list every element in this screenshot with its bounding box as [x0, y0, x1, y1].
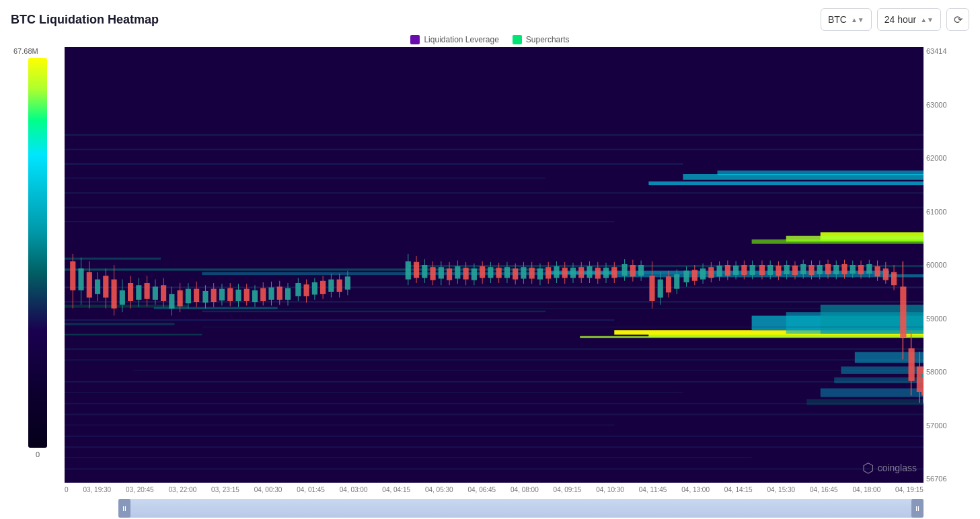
watermark: ⬡ coinglass: [862, 460, 917, 476]
minimap-right-handle-icon: ⏸: [914, 505, 921, 512]
x-label-19: 04, 18:00: [853, 486, 881, 493]
refresh-icon: ⟳: [954, 13, 963, 26]
y-label-5: 59000: [926, 315, 967, 323]
legend-color-supercharts: [513, 35, 522, 44]
svg-rect-152: [529, 268, 535, 278]
svg-rect-158: [554, 266, 559, 278]
svg-rect-224: [833, 265, 839, 274]
legend-item-liquidation: Liquidation Leverage: [410, 35, 498, 44]
svg-rect-138: [472, 268, 477, 280]
svg-rect-222: [825, 264, 831, 274]
x-label-5: 04, 00:30: [254, 486, 282, 493]
x-label-13: 04, 10:30: [596, 486, 624, 493]
svg-rect-148: [513, 268, 518, 279]
svg-rect-166: [587, 266, 592, 278]
svg-rect-226: [841, 264, 847, 274]
svg-rect-216: [800, 264, 806, 274]
x-label-2: 03, 20:45: [126, 486, 154, 493]
legend-label-supercharts: Supercharts: [526, 35, 570, 44]
svg-rect-56: [78, 268, 83, 290]
svg-rect-160: [562, 268, 568, 278]
svg-rect-130: [439, 267, 444, 278]
svg-rect-236: [883, 268, 889, 280]
x-label-0: 0: [65, 486, 69, 493]
svg-rect-82: [186, 289, 191, 304]
svg-rect-62: [103, 276, 108, 297]
svg-rect-108: [295, 283, 301, 296]
scale-max-label: 67.68M: [11, 47, 38, 55]
svg-rect-150: [521, 267, 526, 278]
x-label-14: 04, 11:45: [639, 486, 667, 493]
x-label-11: 04, 08:00: [511, 486, 539, 493]
y-label-0: 63414: [926, 47, 967, 55]
header: BTC Liquidation Heatmap BTC ▲▼ 24 hour ▲…: [11, 8, 969, 31]
svg-rect-104: [277, 286, 282, 299]
minimap[interactable]: ⏸ ⏸: [118, 499, 924, 518]
svg-rect-98: [252, 290, 258, 302]
x-label-15: 04, 13:00: [681, 486, 710, 493]
svg-rect-218: [808, 265, 814, 275]
asset-dropdown-arrow: ▲▼: [851, 16, 864, 24]
timeframe-dropdown[interactable]: 24 hour ▲▼: [877, 8, 941, 31]
svg-rect-66: [120, 290, 125, 305]
svg-rect-170: [603, 268, 609, 278]
svg-rect-208: [767, 265, 773, 275]
svg-rect-92: [227, 288, 233, 301]
svg-rect-106: [285, 288, 291, 300]
timeframe-dropdown-arrow: ▲▼: [920, 16, 934, 24]
refresh-button[interactable]: ⟳: [946, 8, 969, 31]
svg-rect-144: [496, 268, 502, 278]
svg-rect-188: [683, 271, 689, 282]
svg-rect-200: [733, 266, 739, 275]
asset-value: BTC: [828, 14, 847, 25]
svg-rect-100: [260, 288, 266, 301]
svg-rect-140: [480, 266, 485, 278]
svg-rect-72: [145, 283, 150, 299]
minimap-row: ⏸ ⏸: [65, 497, 969, 519]
svg-rect-76: [161, 285, 166, 301]
color-scale: 67.68M 0: [11, 47, 65, 519]
svg-rect-178: [638, 265, 644, 276]
timeframe-value: 24 hour: [884, 14, 916, 25]
page-title: BTC Liquidation Heatmap: [11, 13, 159, 27]
svg-rect-206: [759, 265, 765, 275]
y-label-4: 60000: [926, 261, 967, 269]
y-axis: 63414 63000 62000 61000 60000 59000 5800…: [924, 47, 969, 483]
x-label-6: 04, 01:45: [297, 486, 325, 493]
svg-rect-154: [537, 268, 543, 279]
svg-rect-174: [622, 264, 628, 276]
svg-rect-214: [792, 266, 798, 275]
svg-rect-78: [169, 294, 174, 309]
svg-rect-142: [488, 267, 493, 278]
svg-rect-190: [692, 270, 698, 281]
svg-rect-70: [136, 285, 141, 300]
svg-rect-134: [455, 266, 460, 278]
minimap-left-handle-icon: ⏸: [121, 505, 128, 512]
svg-rect-58: [87, 272, 92, 298]
x-label-8: 04, 04:15: [382, 486, 410, 493]
svg-rect-238: [891, 272, 897, 285]
svg-rect-114: [320, 281, 326, 294]
svg-rect-196: [716, 266, 722, 276]
svg-rect-194: [708, 267, 714, 278]
svg-rect-220: [817, 265, 823, 274]
asset-dropdown[interactable]: BTC ▲▼: [821, 8, 872, 31]
x-label-9: 04, 05:30: [425, 486, 453, 493]
minimap-right-handle[interactable]: ⏸: [911, 499, 924, 518]
svg-rect-202: [741, 265, 747, 275]
svg-rect-182: [658, 280, 663, 298]
controls: BTC ▲▼ 24 hour ▲▼ ⟳: [821, 8, 969, 31]
heatmap-container[interactable]: ⬡ coinglass: [65, 47, 924, 483]
coinglass-logo-icon: ⬡: [862, 460, 874, 476]
y-label-8: 56706: [926, 475, 967, 483]
svg-rect-184: [666, 276, 671, 292]
svg-rect-212: [784, 265, 790, 274]
x-label-3: 03, 22:00: [169, 486, 197, 493]
svg-rect-102: [268, 287, 274, 299]
x-label-16: 04, 14:15: [724, 486, 753, 493]
minimap-left-handle[interactable]: ⏸: [118, 499, 130, 518]
svg-rect-122: [406, 262, 411, 280]
svg-rect-96: [244, 289, 250, 301]
svg-rect-242: [909, 348, 915, 381]
x-label-20: 04, 19:15: [895, 486, 924, 493]
